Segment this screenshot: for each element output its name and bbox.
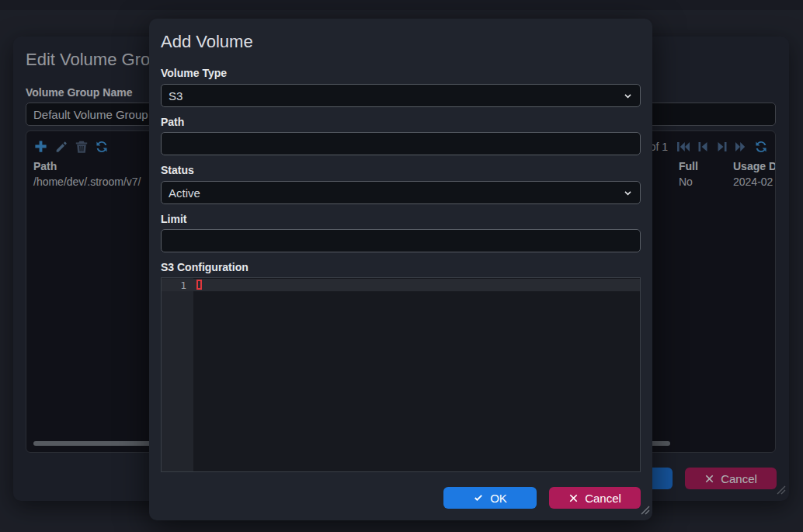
x-icon bbox=[568, 493, 579, 503]
modal-title: Add Volume bbox=[161, 32, 253, 52]
status-label: Status bbox=[161, 164, 641, 176]
modal-cancel-label: Cancel bbox=[585, 492, 621, 505]
editor-line-number: 1 bbox=[162, 280, 193, 291]
editor-cursor bbox=[196, 280, 202, 290]
editor-gutter bbox=[162, 278, 193, 471]
chevron-down-icon bbox=[623, 188, 633, 201]
status-select[interactable]: Active bbox=[161, 181, 641, 204]
chevron-down-icon bbox=[623, 91, 633, 104]
s3-config-editor[interactable]: 1 bbox=[161, 277, 641, 472]
resize-handle-icon[interactable] bbox=[641, 504, 650, 518]
add-volume-modal: Add Volume Volume Type S3 Path Status Ac… bbox=[149, 19, 652, 520]
path-label: Path bbox=[161, 116, 641, 128]
path-input[interactable] bbox=[161, 132, 641, 155]
volume-type-select[interactable]: S3 bbox=[161, 84, 641, 107]
limit-label: Limit bbox=[161, 213, 641, 225]
status-value: Active bbox=[169, 186, 200, 200]
modal-cancel-button[interactable]: Cancel bbox=[549, 487, 641, 509]
editor-active-line bbox=[162, 279, 640, 291]
s3-configuration-label: S3 Configuration bbox=[161, 261, 641, 273]
volume-type-value: S3 bbox=[169, 89, 182, 103]
volume-type-label: Volume Type bbox=[161, 67, 641, 79]
modal-ok-label: OK bbox=[490, 492, 507, 505]
modal-ok-button[interactable]: OK bbox=[443, 487, 537, 509]
check-icon bbox=[473, 492, 484, 503]
limit-input[interactable] bbox=[161, 229, 641, 252]
